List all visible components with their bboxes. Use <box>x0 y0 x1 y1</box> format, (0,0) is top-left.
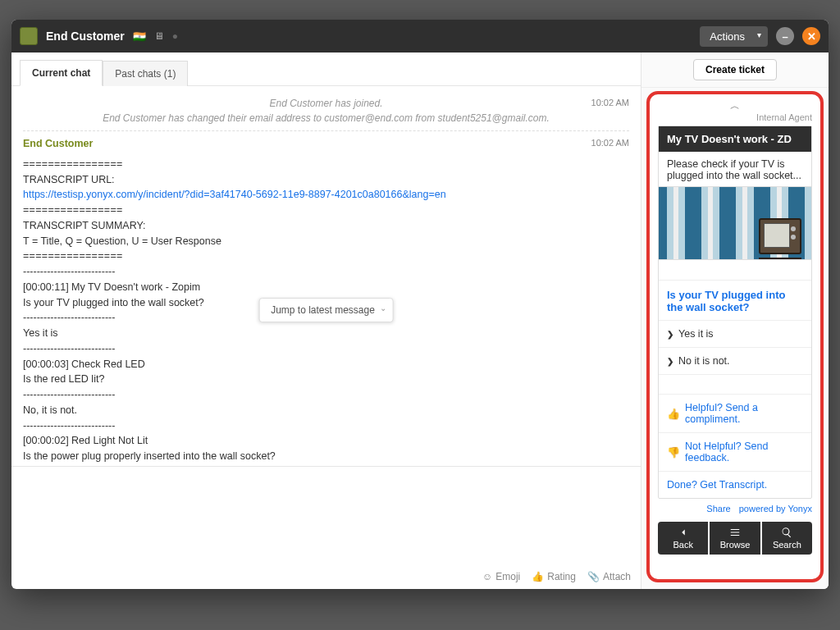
content-area: Current chat Past chats (1) End Customer… <box>11 52 829 589</box>
dash-1: --------------------------- <box>23 264 629 280</box>
nav-browse-button[interactable]: Browse <box>710 522 760 555</box>
right-pane: Create ticket ︿ Internal Agent My TV Doe… <box>641 52 829 589</box>
kb-description: Please check if your TV is plugged into … <box>659 152 811 186</box>
customer-name: End Customer <box>46 30 125 43</box>
attach-button[interactable]: 📎 Attach <box>587 571 631 582</box>
browser-icon: ● <box>172 30 178 42</box>
entry-2-response: No, it is not. <box>23 403 629 418</box>
kb-footer-links: Share powered by Yonyx <box>653 499 817 518</box>
tv-stand-illustration <box>759 254 801 259</box>
tv-illustration <box>759 218 801 254</box>
collapse-caret-icon[interactable]: ︿ <box>653 99 817 111</box>
entry-3-question: Is the power plug properly inserted into… <box>23 449 629 464</box>
dash-5: --------------------------- <box>23 418 629 434</box>
nav-search-label: Search <box>773 540 801 550</box>
kb-done-link[interactable]: Done? Get Transcript. <box>659 471 811 498</box>
list-icon <box>729 527 741 538</box>
nav-back-label: Back <box>673 540 692 550</box>
rating-label: Rating <box>547 571 576 582</box>
chevron-right-icon: ❯ <box>667 357 673 366</box>
kb-image <box>659 186 811 260</box>
nav-browse-label: Browse <box>720 540 751 550</box>
attach-label: Attach <box>603 571 631 582</box>
sep-line-3: ================ <box>23 249 629 264</box>
transcript-url-link[interactable]: https://testisp.yonyx.com/y/incident/?di… <box>23 189 446 200</box>
system-email-change: End Customer has changed their email add… <box>23 111 629 126</box>
transcript-url-label: TRANSCRIPT URL: <box>23 172 629 188</box>
composer-actions: ☺ Emoji 👍 Rating 📎 Attach <box>482 571 631 582</box>
transcript-summary-label: TRANSCRIPT SUMMARY: <box>23 218 629 234</box>
message-header: End Customer 10:02 AM <box>23 136 629 152</box>
kb-nav: Back Browse Search <box>658 522 812 555</box>
message-sender: End Customer <box>23 136 93 152</box>
entry-1-title: [00:00:11] My TV Doesn't work - Zopim <box>23 280 629 295</box>
chat-modal: End Customer 🇮🇳 🖥 ● Actions – ✕ Current … <box>11 20 829 589</box>
emoji-icon: ☺ <box>482 571 492 582</box>
close-button[interactable]: ✕ <box>802 27 820 45</box>
nav-back-button[interactable]: Back <box>658 522 708 555</box>
entry-1-response: Yes it is <box>23 326 629 341</box>
create-ticket-row: Create ticket <box>641 52 829 88</box>
device-desktop-icon: 🖥 <box>154 30 164 42</box>
entry-2-title: [00:00:03] Check Red LED <box>23 357 629 372</box>
chevron-right-icon: ❯ <box>667 330 673 339</box>
kb-title: My TV Doesn't work - ZD <box>659 126 811 152</box>
chevron-left-icon <box>678 527 689 538</box>
system-joined-text: End Customer has joined. <box>269 98 382 109</box>
kb-not-helpful-link[interactable]: 👎 Not Helpful? Send feedback. <box>659 432 811 471</box>
country-flag-icon: 🇮🇳 <box>133 30 146 43</box>
agent-label: Internal Agent <box>653 111 817 126</box>
message-composer[interactable]: ☺ Emoji 👍 Rating 📎 Attach <box>11 466 641 589</box>
customer-avatar <box>20 27 38 45</box>
thumbs-down-icon: 👎 <box>667 446 680 459</box>
paperclip-icon: 📎 <box>587 571 600 582</box>
sep-line: ================ <box>23 157 629 172</box>
message-time: 10:02 AM <box>591 136 629 152</box>
share-link[interactable]: Share <box>706 504 730 514</box>
chat-transcript: End Customer has joined. 10:02 AM End Cu… <box>11 86 641 466</box>
kb-done-label: Done? Get Transcript. <box>667 479 767 491</box>
kb-not-helpful-label: Not Helpful? Send feedback. <box>685 441 803 463</box>
chat-tabs: Current chat Past chats (1) <box>11 52 641 86</box>
dash-3: --------------------------- <box>23 341 629 357</box>
kb-helpful-link[interactable]: 👍 Helpful? Send a compliment. <box>659 394 811 432</box>
minimize-button[interactable]: – <box>776 27 794 45</box>
kb-option-no-label: No it is not. <box>678 355 730 367</box>
dash-4: --------------------------- <box>23 387 629 403</box>
jump-to-latest-button[interactable]: Jump to latest message <box>258 298 394 322</box>
tab-current-chat[interactable]: Current chat <box>20 60 103 86</box>
kb-option-no[interactable]: ❯ No it is not. <box>659 347 811 374</box>
emoji-label: Emoji <box>495 571 520 582</box>
kb-blank-row <box>659 374 811 394</box>
kb-helpful-label: Helpful? Send a compliment. <box>685 402 803 425</box>
powered-by-link[interactable]: powered by Yonyx <box>739 504 812 514</box>
kb-question: Is your TV plugged into the wall socket? <box>659 280 811 320</box>
thumbs-up-icon: 👍 <box>667 408 680 420</box>
kb-option-yes-label: Yes it is <box>678 328 714 340</box>
emoji-button[interactable]: ☺ Emoji <box>482 571 520 582</box>
entry-2-question: Is the red LED lit? <box>23 372 629 387</box>
actions-dropdown[interactable]: Actions <box>700 26 768 47</box>
divider <box>23 130 629 131</box>
nav-search-button[interactable]: Search <box>762 522 812 555</box>
thumbs-up-icon: 👍 <box>532 571 544 582</box>
titlebar: End Customer 🇮🇳 🖥 ● Actions – ✕ <box>11 20 829 52</box>
sep-line-2: ================ <box>23 203 629 218</box>
system-joined: End Customer has joined. 10:02 AM <box>23 96 629 111</box>
kb-option-yes[interactable]: ❯ Yes it is <box>659 320 811 347</box>
transcript-legend: T = Title, Q = Question, U = User Respon… <box>23 234 629 249</box>
left-pane: Current chat Past chats (1) End Customer… <box>11 52 641 589</box>
tab-past-chats[interactable]: Past chats (1) <box>103 61 188 86</box>
knowledge-panel: ︿ Internal Agent My TV Doesn't work - ZD… <box>646 91 824 582</box>
entry-3-title: [00:00:02] Red Light Not Lit <box>23 433 629 449</box>
rating-button[interactable]: 👍 Rating <box>532 571 576 582</box>
kb-card: My TV Doesn't work - ZD Please check if … <box>658 126 812 499</box>
create-ticket-button[interactable]: Create ticket <box>693 59 777 80</box>
system-joined-time: 10:02 AM <box>591 96 629 110</box>
search-icon <box>781 527 792 538</box>
